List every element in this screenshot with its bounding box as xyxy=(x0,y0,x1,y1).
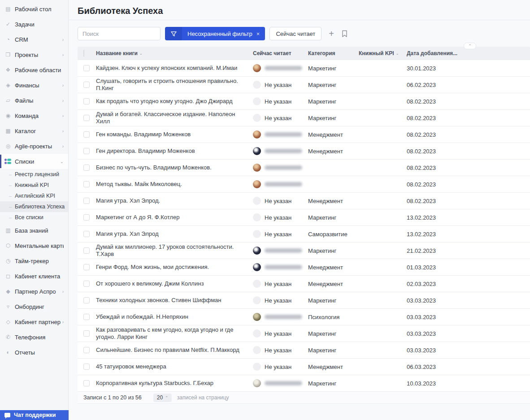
search-input[interactable] xyxy=(78,27,161,40)
sidebar-item-client-cabinet[interactable]: ◻Кабинет клиента xyxy=(0,268,68,284)
book-title[interactable]: Ген команды. Владимир Моженков xyxy=(96,131,253,138)
table-row[interactable]: Думай и богатей. Классическое издание. Н… xyxy=(78,110,530,126)
row-checkbox[interactable] xyxy=(83,214,90,221)
sidebar-item-partner-cabinet[interactable]: ◇Кабинет партнера› xyxy=(0,314,68,329)
table-row[interactable]: Магия утра. Хэл Элрод.Не указанМенеджмен… xyxy=(78,193,530,209)
column-header-title[interactable]: Название книги⌄ xyxy=(96,50,253,56)
filter-remove-icon[interactable]: × xyxy=(256,30,260,37)
book-title[interactable]: Маркетинг от А до Я. Ф.Котлер xyxy=(96,214,253,221)
table-row[interactable]: Генри Форд. Моя жизнь, мои достижения.Ме… xyxy=(78,259,530,276)
table-row[interactable]: Убеждай и побеждай. Н.НепряхинПсихология… xyxy=(78,309,530,325)
table-row[interactable]: Магия утра. Хэл ЭлродНе указанСаморазвит… xyxy=(78,226,530,242)
table-row[interactable]: Как разговаривать с кем угодно, когда уг… xyxy=(78,325,530,342)
row-checkbox[interactable] xyxy=(83,82,90,88)
row-checkbox[interactable] xyxy=(83,65,90,71)
row-checkbox[interactable] xyxy=(83,115,90,121)
book-title[interactable]: Ген директора. Владимир Моженков xyxy=(96,147,253,155)
table-row[interactable]: Ген директора. Владимир МоженковМенеджме… xyxy=(78,143,530,160)
table-row[interactable]: Думай как миллионер. 17 уроков состоятел… xyxy=(78,242,530,259)
table-row[interactable]: Метод тыквы. Майк Миколовец.08.02.2023 xyxy=(78,176,530,193)
sidebar-item-catalog[interactable]: ▦Каталог› xyxy=(0,123,68,139)
sidebar-item-onboarding[interactable]: ▿Онбординг xyxy=(0,299,68,314)
book-title[interactable]: Магия утра. Хэл Элрод xyxy=(96,230,253,238)
row-checkbox[interactable] xyxy=(83,165,90,171)
table-row[interactable]: 45 татуировок менеджераНе указанМенеджме… xyxy=(78,359,530,375)
now-reading-filter-button[interactable]: Сейчас читает xyxy=(269,27,321,40)
per-page-selector[interactable]: 20 ⌃ xyxy=(153,394,172,402)
row-checkbox[interactable] xyxy=(83,314,90,320)
row-checkbox[interactable] xyxy=(83,364,90,370)
book-title[interactable]: Магия утра. Хэл Элрод. xyxy=(96,197,253,204)
row-checkbox[interactable] xyxy=(83,281,90,287)
sidebar-item-desktop[interactable]: ▤Рабочий стол xyxy=(0,1,68,17)
book-title[interactable]: Думай как миллионер. 17 уроков состоятел… xyxy=(96,243,253,258)
sidebar-item-lists[interactable]: Списки⌄ xyxy=(0,154,68,169)
row-checkbox[interactable] xyxy=(83,98,90,104)
book-title[interactable]: Как продать что угодно кому угодно. Джо … xyxy=(96,98,253,105)
sidebar-item-projects[interactable]: ❒Проекты› xyxy=(0,47,68,62)
row-checkbox[interactable] xyxy=(83,247,90,254)
sidebar-item-agile[interactable]: ◎Agile-проекты› xyxy=(0,139,68,154)
row-checkbox[interactable] xyxy=(83,181,90,187)
book-title[interactable]: Кайдзен. Ключ к успеху японских компаний… xyxy=(96,65,253,72)
sidebar-sublist-item[interactable]: –Все списки xyxy=(0,212,68,223)
sidebar-sublist-item[interactable]: –Книжный KPI xyxy=(0,180,68,191)
sidebar-item-knowledge-base[interactable]: ▥База знаний xyxy=(0,223,68,238)
funnel-icon[interactable] xyxy=(165,27,182,40)
row-checkbox[interactable] xyxy=(83,380,90,386)
book-title[interactable]: Бизнес по чуть-чуть. Владимир Моженков. xyxy=(96,164,253,171)
support-chat-button[interactable]: Чат поддержки xyxy=(0,410,69,420)
table-row[interactable]: Техники холодных звонков. Стивен Шиффман… xyxy=(78,292,530,309)
table-row[interactable]: Корпоративная культура Starbucks. Г.Беха… xyxy=(78,375,530,392)
table-row[interactable]: Сильнейшие. Бизнес по правилам Netflix. … xyxy=(78,342,530,359)
book-title[interactable]: Метод тыквы. Майк Миколовец. xyxy=(96,181,253,188)
book-title[interactable]: Убеждай и побеждай. Н.Непряхин xyxy=(96,313,253,320)
table-row[interactable]: Бизнес по чуть-чуть. Владимир Моженков.0… xyxy=(78,160,530,176)
sidebar-item-tasks[interactable]: ✓Задачи xyxy=(0,17,68,32)
column-header-date[interactable]: Дата добавления... xyxy=(407,50,530,56)
row-checkbox[interactable] xyxy=(83,347,90,353)
select-all-checkbox[interactable] xyxy=(83,50,84,57)
sidebar-item-partner[interactable]: ◆Партнер Аспро› xyxy=(0,284,68,299)
row-checkbox[interactable] xyxy=(83,297,90,303)
sidebar-item-crm[interactable]: ◔CRM› xyxy=(0,32,68,47)
book-title[interactable]: Думай и богатей. Классическое издание. Н… xyxy=(96,111,253,125)
add-record-icon[interactable]: + xyxy=(326,29,337,39)
book-title[interactable]: Генри Форд. Моя жизнь, мои достижения. xyxy=(96,264,253,271)
sidebar-item-finance[interactable]: ◈Финансы› xyxy=(0,78,68,93)
book-title[interactable]: От хорошего к великому. Джим Коллинз xyxy=(96,280,253,287)
column-header-reader[interactable]: Сейчас читает xyxy=(253,50,308,56)
sidebar-item-workspaces[interactable]: ❖Рабочие области xyxy=(0,62,68,78)
table-row[interactable]: Слушать, говорить и строить отношения пр… xyxy=(78,77,530,93)
row-checkbox[interactable] xyxy=(83,330,90,337)
sidebar-sublist-item[interactable]: –Реестр лицензий xyxy=(0,169,68,180)
column-header-category[interactable]: Категория xyxy=(308,50,359,56)
sidebar-item-mindmap[interactable]: ⬡Ментальные карты xyxy=(0,238,68,253)
book-title[interactable]: Сильнейшие. Бизнес по правилам Netflix. … xyxy=(96,346,253,354)
row-checkbox[interactable] xyxy=(83,264,90,270)
sidebar-sublist-item[interactable]: –Английский KPI xyxy=(0,191,68,201)
table-row[interactable]: Кайдзен. Ключ к успеху японских компаний… xyxy=(78,60,530,77)
book-title[interactable]: 45 татуировок менеджера xyxy=(96,363,253,370)
row-checkbox[interactable] xyxy=(83,198,90,204)
collapse-table-button[interactable]: ⌃ xyxy=(464,43,476,49)
row-checkbox[interactable] xyxy=(83,231,90,237)
filter-chip[interactable]: Несохраненный фильтр × xyxy=(165,27,265,40)
sidebar-item-reports[interactable]: ◐Отчеты xyxy=(0,345,68,360)
sidebar-item-team[interactable]: ◉Команда› xyxy=(0,108,68,123)
bookmark-icon[interactable] xyxy=(341,30,348,38)
book-title[interactable]: Техники холодных звонков. Стивен Шиффман xyxy=(96,297,253,304)
sidebar-item-time-tracker[interactable]: ◷Тайм-трекер xyxy=(0,253,68,268)
sidebar-item-files[interactable]: ▱Файлы› xyxy=(0,93,68,108)
sidebar-sublist-item[interactable]: –Библиотека Успеха xyxy=(0,201,68,212)
sidebar-item-telephony[interactable]: ✆Телефония xyxy=(0,329,68,345)
table-row[interactable]: Ген команды. Владимир МоженковМенеджмент… xyxy=(78,126,530,143)
row-checkbox[interactable] xyxy=(83,148,90,154)
column-header-kpi[interactable]: Книжный KPI⌄ xyxy=(359,50,407,56)
table-row[interactable]: От хорошего к великому. Джим КоллинзНе у… xyxy=(78,276,530,292)
book-title[interactable]: Слушать, говорить и строить отношения пр… xyxy=(96,78,253,92)
book-title[interactable]: Как разговаривать с кем угодно, когда уг… xyxy=(96,326,253,341)
book-title[interactable]: Корпоративная культура Starbucks. Г.Беха… xyxy=(96,380,253,387)
table-row[interactable]: Маркетинг от А до Я. Ф.КотлерНе указанМа… xyxy=(78,209,530,226)
row-checkbox[interactable] xyxy=(83,131,90,138)
